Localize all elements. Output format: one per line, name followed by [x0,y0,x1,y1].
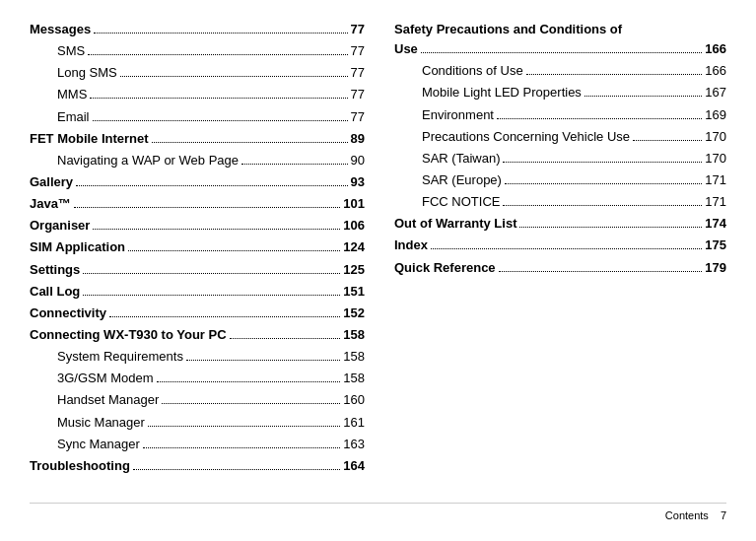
entry-page: 164 [343,456,365,476]
entry-title: Environment [422,105,494,125]
entry-title: 3G/GSM Modem [57,369,154,388]
entry-title: MMS [57,85,87,104]
entry-dots [109,316,340,317]
entry-page: 158 [343,369,365,388]
entry-dots [90,98,347,99]
entry-page: 161 [343,413,365,433]
entry-title: Gallery [30,172,73,192]
entry-title: Use [394,39,418,59]
list-item: Out of Warranty List 174 [394,214,726,234]
entry-page: 77 [351,41,365,61]
list-item: Precautions Concerning Vehicle Use 170 [394,127,726,147]
entry-dots [526,74,703,75]
entry-dots [157,381,341,382]
entry-page: 77 [351,107,365,127]
list-item: Sync Manager 163 [30,435,365,454]
list-item: Environment 169 [394,105,726,125]
list-item: System Requirements 158 [30,347,365,367]
entry-dots [133,469,340,470]
list-item: Use 166 [394,39,726,59]
list-item: Settings 125 [30,260,365,280]
list-item: MMS 77 [30,85,365,104]
entry-title: Call Log [30,282,80,302]
entry-dots [93,120,348,121]
entry-page: 166 [705,61,726,81]
entry-title: Quick Reference [394,258,496,278]
entry-dots [93,229,340,230]
entry-title: SIM Application [30,237,125,257]
entry-dots [152,142,348,143]
list-item: Navigating a WAP or Web Page 90 [30,151,365,170]
entry-title: FCC NOTICE [422,192,500,212]
entry-page: 106 [343,216,365,236]
entry-title: Precautions Concerning Vehicle Use [422,127,630,147]
list-item: Index 175 [394,236,726,255]
entry-title: Email [57,107,90,127]
entry-page: 158 [343,325,365,345]
entry-dots [76,185,347,186]
entry-dots [83,273,340,274]
entry-dots [143,447,340,448]
list-item: SAR (Taiwan) 170 [394,149,726,169]
list-item: Mobile Light LED Properties 167 [394,83,726,102]
entry-page: 158 [343,347,365,367]
entry-title: Navigating a WAP or Web Page [57,151,239,170]
toc-right: Safety Precautions and Conditions of Use… [394,20,726,499]
entry-title: SMS [57,41,85,61]
list-item: Quick Reference 179 [394,258,726,278]
list-item: FET Mobile Internet 89 [30,129,365,149]
entry-page: 174 [705,214,726,234]
list-item: Conditions of Use 166 [394,61,726,81]
entry-dots [83,295,340,296]
entry-page: 151 [343,282,365,302]
entry-title: Index [394,236,428,255]
entry-page: 166 [705,39,726,59]
entry-title: Connecting WX-T930 to Your PC [30,325,227,345]
entry-dots [186,360,340,361]
list-item: Call Log 151 [30,282,365,302]
entry-page: 170 [705,149,726,169]
list-item: Music Manager 161 [30,413,365,433]
entry-page: 171 [705,170,726,190]
entry-title: Settings [30,260,80,280]
entry-title: Connectivity [30,304,106,323]
list-item: Connectivity 152 [30,304,365,323]
list-item: Java™ 101 [30,194,365,214]
entry-dots [503,205,702,206]
entry-title: Java™ [30,194,71,214]
entry-dots [584,96,702,97]
list-item: Handset Manager 160 [30,390,365,410]
entry-title: Organiser [30,216,90,236]
entry-dots [499,271,703,272]
entry-page: 93 [351,172,365,192]
entry-dots [633,140,702,141]
list-item: Email 77 [30,107,365,127]
entry-title: Conditions of Use [422,61,523,81]
list-item: SIM Application 124 [30,237,365,257]
footer-section: Contents [665,509,709,521]
entry-dots [148,426,340,427]
entry-dots [120,76,348,77]
entry-page: 160 [343,390,365,410]
list-item: Organiser 106 [30,216,365,236]
entry-title: Music Manager [57,413,145,433]
entry-page: 170 [705,127,726,147]
entry-dots [431,248,702,249]
entry-title: Long SMS [57,63,117,83]
entry-page: 90 [351,151,365,170]
entry-page: 163 [343,435,365,454]
entry-page: 77 [351,20,365,39]
entry-title: Safety Precautions and Conditions of [394,20,622,39]
entry-page: 125 [343,260,365,280]
entry-page: 175 [705,236,726,255]
entry-page: 77 [351,85,365,104]
list-item: SAR (Europe) 171 [394,170,726,190]
entry-title: SAR (Europe) [422,170,502,190]
entry-title: SAR (Taiwan) [422,149,500,169]
list-item: Long SMS 77 [30,63,365,83]
entry-page: 77 [351,63,365,83]
list-item: FCC NOTICE 171 [394,192,726,212]
entry-dots [421,52,702,53]
list-item: Safety Precautions and Conditions of [394,20,726,39]
entry-dots [94,33,347,34]
